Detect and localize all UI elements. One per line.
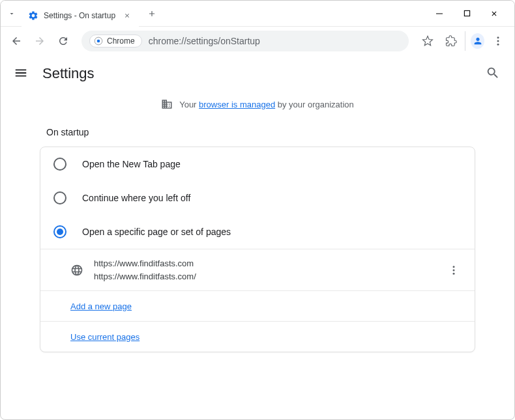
radio-icon-selected: [53, 225, 66, 238]
radio-new-tab[interactable]: Open the New Tab page: [40, 147, 475, 181]
address-bar[interactable]: Chrome chrome://settings/onStartup: [81, 31, 409, 51]
svg-point-6: [497, 44, 499, 46]
managed-text: Your browser is managed by your organiza…: [179, 100, 354, 109]
minimize-button[interactable]: [430, 4, 449, 23]
tab-title: Settings - On startup: [44, 11, 117, 20]
page-title: Settings: [42, 65, 473, 82]
star-icon: [422, 35, 434, 47]
gear-icon: [28, 10, 38, 21]
radio-specific-pages[interactable]: Open a specific page or set of pages: [40, 215, 475, 249]
reload-button[interactable]: [54, 32, 72, 50]
url-text: chrome://settings/onStartup: [149, 36, 260, 46]
dots-vertical-icon: [448, 264, 460, 276]
radio-continue[interactable]: Continue where you left off: [40, 181, 475, 215]
add-page-link[interactable]: Add a new page: [70, 301, 132, 311]
startup-card: Open the New Tab page Continue where you…: [40, 147, 475, 352]
menu-icon[interactable]: [14, 66, 29, 81]
close-icon[interactable]: [122, 10, 132, 21]
chip-label: Chrome: [107, 36, 135, 46]
avatar-icon: [471, 33, 484, 49]
titlebar-left: Settings - On startup: [6, 1, 430, 27]
svg-rect-1: [464, 10, 469, 16]
page-more-button[interactable]: [446, 262, 462, 278]
puzzle-icon: [445, 35, 457, 47]
radio-icon: [53, 158, 66, 171]
svg-point-9: [453, 272, 455, 274]
page-full-url: https://www.finditfasts.com/: [94, 270, 435, 283]
add-page-row: Add a new page: [40, 291, 475, 322]
radio-label: Open the New Tab page: [82, 159, 181, 169]
svg-point-7: [453, 266, 455, 268]
svg-point-3: [97, 40, 100, 43]
profile-button[interactable]: [465, 31, 484, 51]
page-display-name: https://www.finditfasts.com: [94, 257, 435, 270]
toolbar-actions: [418, 31, 508, 51]
window-controls: [430, 4, 514, 23]
maximize-button[interactable]: [457, 4, 477, 23]
close-window-button[interactable]: [484, 4, 504, 23]
section-title: On startup: [46, 127, 475, 137]
tabs-dropdown-button[interactable]: [6, 8, 18, 20]
search-button[interactable]: [486, 66, 501, 81]
radio-label: Open a specific page or set of pages: [82, 227, 231, 237]
chrome-icon: [94, 36, 103, 46]
radio-label: Continue where you left off: [82, 193, 190, 203]
forward-button[interactable]: [31, 32, 49, 50]
use-current-link[interactable]: Use current pages: [70, 332, 140, 342]
managed-banner: Your browser is managed by your organiza…: [1, 92, 514, 117]
menu-button[interactable]: [488, 31, 508, 51]
page-url-info: https://www.finditfasts.com https://www.…: [94, 257, 435, 283]
dots-vertical-icon: [492, 35, 504, 47]
use-current-row: Use current pages: [40, 322, 475, 352]
window-titlebar: Settings - On startup: [1, 1, 514, 27]
svg-point-5: [497, 40, 499, 42]
bookmark-button[interactable]: [418, 31, 437, 51]
radio-icon: [53, 191, 66, 204]
managed-link[interactable]: browser is managed: [199, 100, 275, 109]
svg-rect-0: [436, 13, 443, 14]
back-button[interactable]: [7, 32, 25, 50]
settings-content: On startup Open the New Tab page Continu…: [1, 127, 514, 352]
settings-header: Settings: [1, 55, 514, 92]
svg-point-8: [453, 269, 455, 271]
building-icon: [161, 98, 173, 110]
site-chip[interactable]: Chrome: [89, 35, 142, 48]
search-icon: [486, 66, 500, 80]
startup-page-row: https://www.finditfasts.com https://www.…: [40, 249, 475, 291]
svg-point-4: [497, 36, 499, 38]
globe-icon: [70, 264, 83, 277]
browser-toolbar: Chrome chrome://settings/onStartup: [1, 27, 514, 55]
extensions-button[interactable]: [441, 31, 461, 51]
browser-tab[interactable]: Settings - On startup: [22, 5, 139, 27]
new-tab-button[interactable]: [143, 5, 161, 23]
